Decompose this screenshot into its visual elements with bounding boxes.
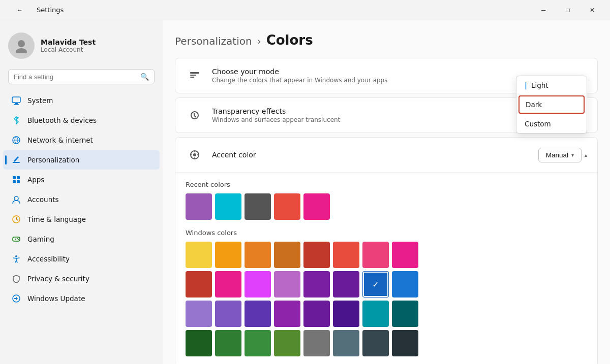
windows-color-14[interactable] [362,271,389,297]
time-icon [11,214,21,224]
windows-color-9[interactable] [215,271,241,297]
nav-list: SystemBluetooth & devicesNetwork & inter… [0,90,163,309]
windows-color-3[interactable] [274,242,300,268]
recent-color-0[interactable] [186,193,212,220]
app-title: Settings [37,6,64,14]
personalization-icon [11,155,21,165]
recent-color-2[interactable] [245,193,271,220]
windows-color-18[interactable] [245,301,271,327]
windows-color-22[interactable] [362,301,389,327]
recent-color-1[interactable] [215,193,241,220]
svg-point-17 [17,238,18,239]
sidebar: Malavida Test Local Account 🔍 SystemBlue… [0,20,163,364]
windows-color-31[interactable] [392,330,418,356]
windows-color-29[interactable] [333,330,359,356]
page-header: Personalization › Colors [175,32,598,48]
windows-color-6[interactable] [362,242,389,268]
windows-color-25[interactable] [215,330,241,356]
svg-rect-8 [13,176,16,179]
mode-option-dark[interactable]: Dark [518,95,585,114]
back-button[interactable]: ← [8,2,32,18]
windows-color-20[interactable] [303,301,330,327]
accent-text: Accent color [212,151,530,159]
accent-body: Recent colors Windows colors [175,173,597,364]
mode-dropdown-list: Light Dark Custom [516,76,587,134]
sidebar-item-system[interactable]: System [3,91,160,110]
privacy-icon [11,274,21,284]
transparency-text: Transparency effects Windows and surface… [212,107,557,123]
sidebar-item-accounts[interactable]: Accounts [3,190,160,209]
search-box[interactable]: 🔍 [8,69,155,84]
sidebar-item-accessibility[interactable]: Accessibility [3,249,160,269]
windows-color-5[interactable] [333,242,359,268]
user-type: Local Account [41,46,96,53]
sidebar-item-windows_update[interactable]: Windows Update [3,289,160,308]
svg-point-19 [15,255,17,257]
mode-option-custom[interactable]: Custom [516,115,587,133]
windows-color-16[interactable] [186,301,212,327]
svg-rect-7 [13,162,20,163]
sidebar-item-network[interactable]: Network & internet [3,130,160,150]
windows-color-17[interactable] [215,301,241,327]
windows-color-2[interactable] [245,242,271,268]
accent-section: Accent color Manual ▾ ▴ Recent colors Wi… [175,137,598,364]
accent-label: Accent color [212,151,530,159]
sidebar-item-label-apps: Apps [27,176,44,184]
windows-color-10[interactable] [245,271,271,297]
svg-rect-9 [17,176,20,179]
svg-point-18 [18,239,19,240]
windows-color-27[interactable] [274,330,300,356]
sidebar-item-privacy[interactable]: Privacy & security [3,269,160,288]
svg-rect-11 [17,180,20,183]
maximize-button[interactable]: □ [556,2,580,18]
titlebar: ← Settings ─ □ ✕ [0,0,610,20]
windows-color-21[interactable] [333,301,359,327]
search-input[interactable] [14,73,136,81]
accent-control[interactable]: Manual ▾ ▴ [538,148,587,162]
windows-color-28[interactable] [303,330,330,356]
manual-label: Manual [546,151,568,159]
windows-color-19[interactable] [274,301,300,327]
windows-color-1[interactable] [215,242,241,268]
svg-point-12 [14,196,18,201]
windows-color-23[interactable] [392,301,418,327]
windows-color-24[interactable] [186,330,212,356]
recent-color-4[interactable] [303,193,330,220]
sidebar-item-bluetooth[interactable]: Bluetooth & devices [3,111,160,130]
close-button[interactable]: ✕ [581,2,604,18]
mode-setting-row: Choose your mode Change the colors that … [175,58,597,93]
windows-color-4[interactable] [303,242,330,268]
windows-color-30[interactable] [362,330,389,356]
app-body: Malavida Test Local Account 🔍 SystemBlue… [0,20,610,364]
windows-color-13[interactable] [333,271,359,297]
sidebar-item-apps[interactable]: Apps [3,170,160,189]
manual-dropdown-btn[interactable]: Manual ▾ [538,148,582,162]
transparency-icon [186,106,204,124]
recent-swatches [186,193,587,220]
sidebar-item-label-privacy: Privacy & security [27,275,89,283]
accent-header: Accent color Manual ▾ ▴ [175,138,597,173]
search-icon: 🔍 [140,73,149,81]
mode-option-light[interactable]: Light [516,76,587,94]
sidebar-item-personalization[interactable]: Personalization [3,150,160,170]
windows-color-11[interactable] [274,271,300,297]
breadcrumb-separator: › [257,35,261,47]
windows-color-15[interactable] [392,271,418,297]
window-controls: ─ □ ✕ [532,2,604,18]
windows-color-7[interactable] [392,242,418,268]
windows-color-26[interactable] [245,330,271,356]
sidebar-item-time[interactable]: Time & language [3,210,160,229]
apps-icon [11,175,21,185]
user-profile: Malavida Test Local Account [0,26,163,69]
minimize-button[interactable]: ─ [532,2,555,18]
svg-rect-22 [190,75,196,76]
windows-color-12[interactable] [303,271,330,297]
sidebar-item-label-personalization: Personalization [27,156,79,164]
windows-color-0[interactable] [186,242,212,268]
mode-setting-card: Choose your mode Change the colors that … [175,58,598,93]
sidebar-item-gaming[interactable]: Gaming [3,229,160,249]
windows-color-8[interactable] [186,271,212,297]
titlebar-left: ← Settings [8,2,64,18]
recent-color-3[interactable] [274,193,300,220]
breadcrumb: Personalization [175,35,252,47]
